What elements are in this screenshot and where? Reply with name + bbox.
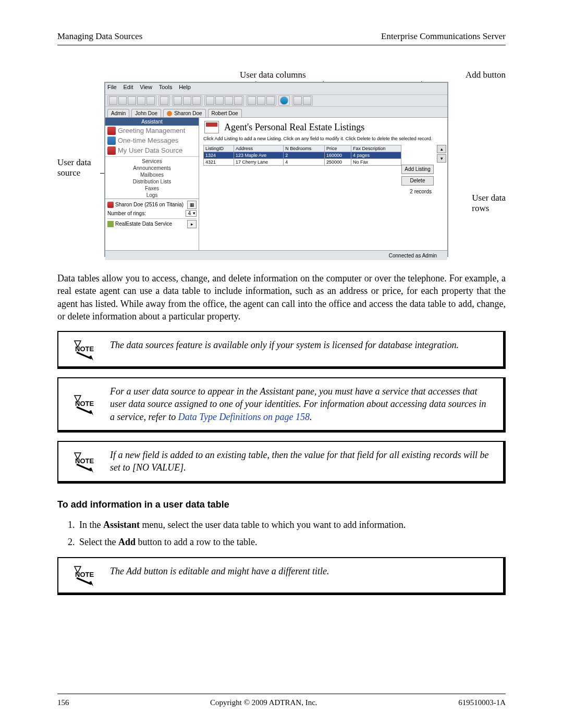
toolbar-icon[interactable]: [109, 96, 117, 105]
service-icon: [107, 221, 114, 227]
menu-edit[interactable]: Edit: [124, 84, 133, 90]
note-text: If a new field is added to an existing t…: [58, 441, 505, 483]
table-row[interactable]: 1324 123 Maple Ave 2 160000 4 pages: [204, 152, 401, 159]
globe-icon[interactable]: [280, 96, 288, 105]
rings-select[interactable]: 4: [186, 210, 197, 217]
section-heading: To add information in a user data table: [57, 499, 506, 510]
details-title: Agent's Personal Real Estate Listings: [224, 122, 443, 133]
body-paragraph-1: Data tables allow you to access, change,…: [57, 272, 506, 323]
toolbar-icon[interactable]: [137, 96, 145, 105]
message-icon: [107, 137, 116, 145]
note-icon: NOTE: [72, 340, 95, 361]
toolbar-icon[interactable]: [128, 96, 136, 105]
toolbar-icon[interactable]: [192, 96, 201, 105]
toolbar-icon[interactable]: [234, 96, 242, 105]
col-price[interactable]: Price: [324, 145, 351, 152]
step-2: Select the Add button to add a row to th…: [77, 537, 506, 548]
callout-user-data-columns: User data columns: [240, 70, 306, 80]
tab-robert-doe[interactable]: Robert Doe: [208, 109, 242, 117]
callout-add-button: Add button: [466, 70, 506, 80]
footer-page-number: 156: [57, 698, 69, 707]
user-icon: [167, 111, 172, 116]
note-box-assistant-pane: NOTE For a user data source to appear in…: [57, 377, 506, 433]
footer-copyright: Copyright © 2009 ADTRAN, Inc.: [210, 698, 317, 707]
help-context-icon[interactable]: [303, 96, 311, 105]
toolbar-icon[interactable]: [225, 96, 233, 105]
nav-sub-distribution-lists[interactable]: Distribution Lists: [105, 178, 199, 185]
identity-button[interactable]: ▦: [187, 201, 197, 209]
nav-sub-mailboxes[interactable]: Mailboxes: [105, 171, 199, 178]
tab-admin[interactable]: Admin: [107, 109, 129, 117]
note-box-license: NOTE The data sources feature is availab…: [57, 331, 506, 369]
listings-table[interactable]: ListingID Address N Bedrooms Price Fax D…: [203, 145, 401, 166]
menu-tools[interactable]: Tools: [159, 84, 173, 90]
footer-identity: Sharon Doe (2516 on Titania): [115, 202, 183, 207]
toolbar-icon[interactable]: [118, 96, 127, 105]
nav-item-my-user-data-source[interactable]: My User Data Source: [105, 145, 199, 155]
header-right: Enterprise Communications Server: [381, 31, 506, 42]
scroll-up-icon[interactable]: ▴: [437, 145, 446, 153]
greeting-icon: [107, 127, 116, 135]
back-icon[interactable]: [248, 96, 256, 105]
page-header: Managing Data Sources Enterprise Communi…: [57, 31, 506, 45]
footer-service: RealEstate Data Service: [115, 221, 172, 227]
app-window: File Edit View Tools Help Admin John Doe…: [104, 82, 448, 257]
note-text: For a user data source to appear in the …: [58, 378, 505, 432]
menu-help[interactable]: Help: [179, 84, 191, 90]
listings-icon: [204, 121, 219, 133]
nav-item-one-time-messages[interactable]: One-time Messages: [105, 135, 199, 145]
rings-label: Number of rings:: [107, 211, 146, 216]
note-text: The Add button is editable and might hav…: [58, 558, 505, 595]
page-footer: 156 Copyright © 2009 ADTRAN, Inc. 619510…: [57, 694, 506, 707]
toolbar-icon[interactable]: [206, 96, 214, 105]
toolbar-icon[interactable]: [174, 96, 182, 105]
nav-footer: Sharon Doe (2516 on Titania)▦ Number of …: [105, 199, 199, 230]
col-address[interactable]: Address: [234, 145, 283, 152]
scroll-down-icon[interactable]: ▾: [437, 154, 446, 163]
menubar[interactable]: File Edit View Tools Help: [105, 83, 447, 94]
col-n-bedrooms[interactable]: N Bedrooms: [284, 145, 325, 152]
toolbar-icon[interactable]: [183, 96, 191, 105]
nav-sub-services[interactable]: Services: [105, 158, 199, 165]
forward-icon[interactable]: [257, 96, 265, 105]
identity-tabs: Admin John Doe Sharon Doe Robert Doe: [105, 107, 447, 117]
details-pane: Agent's Personal Real Estate Listings Cl…: [199, 118, 447, 250]
link-data-type-definitions[interactable]: Data Type Definitions on page 158: [178, 412, 310, 422]
note-icon: NOTE: [72, 394, 95, 415]
toolbar-icon[interactable]: [160, 96, 168, 105]
nav-item-greeting-management[interactable]: Greeting Management: [105, 126, 199, 135]
record-count: 2 records: [410, 189, 432, 194]
nav-sub-faxes[interactable]: Faxes: [105, 185, 199, 192]
home-icon[interactable]: [266, 96, 275, 105]
nav-sub-logs[interactable]: Logs: [105, 192, 199, 199]
tab-john-doe[interactable]: John Doe: [131, 109, 161, 117]
nav-sub-announcements[interactable]: Announcements: [105, 165, 199, 171]
delete-button[interactable]: Delete: [401, 176, 434, 186]
col-listingid[interactable]: ListingID: [204, 145, 234, 152]
menu-view[interactable]: View: [140, 84, 152, 90]
tab-sharon-doe[interactable]: Sharon Doe: [163, 109, 205, 117]
screenshot-figure: User data source User data columns Add b…: [57, 69, 506, 259]
toolbar[interactable]: [105, 94, 447, 107]
details-hint: Click Add Listing to add a new Listing. …: [203, 136, 443, 142]
assistant-nav: Assistant Greeting Management One-time M…: [105, 118, 199, 250]
steps-list: In the Assistant menu, select the user d…: [57, 520, 506, 548]
toolbar-icon[interactable]: [146, 96, 155, 105]
note-text: The data sources feature is available on…: [58, 331, 505, 368]
note-box-new-field: NOTE If a new field is added to an exist…: [57, 441, 506, 484]
step-1: In the Assistant menu, select the user d…: [77, 520, 506, 530]
menu-file[interactable]: File: [107, 84, 117, 90]
header-left: Managing Data Sources: [57, 31, 142, 42]
add-listing-button[interactable]: Add Listing: [401, 165, 434, 174]
note-box-add-editable: NOTE The Add button is editable and migh…: [57, 557, 506, 595]
col-fax-description[interactable]: Fax Description: [351, 145, 401, 152]
nav-heading-assistant: Assistant: [105, 118, 199, 126]
footer-doc-id: 619510003-1A: [458, 698, 506, 707]
toolbar-icon[interactable]: [215, 96, 224, 105]
help-icon[interactable]: [293, 96, 302, 105]
callout-user-data-source: User data source: [57, 157, 91, 179]
callout-user-data-rows: User data rows: [472, 193, 506, 214]
status-text: Connected as Admin: [389, 253, 437, 258]
table-row[interactable]: 4321 17 Cherry Lane 4 250000 No Fax: [204, 159, 401, 166]
service-menu-button[interactable]: ▸: [187, 220, 197, 228]
